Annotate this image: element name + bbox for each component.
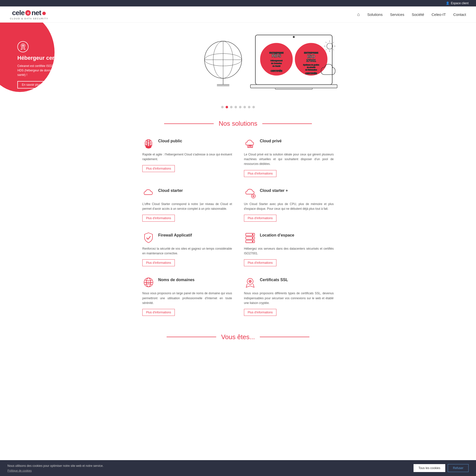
vous-etes-section: Vous êtes... <box>0 328 476 353</box>
dot-2[interactable] <box>230 106 233 108</box>
nav-home[interactable]: ⌂ <box>357 12 360 17</box>
logo[interactable]: cele o net ● CLOUD & DATA SECURITY <box>10 9 48 20</box>
cloud-starter-plus-button[interactable]: Plus d'informations <box>244 215 276 222</box>
cloud-prive-icon <box>244 137 256 150</box>
card-cloud-starter-header: Cloud starter <box>142 187 232 199</box>
svg-text:Hébergement: Hébergement <box>270 60 283 62</box>
dot-1[interactable] <box>226 106 228 108</box>
card-domaines: WWW Noms de domaines Nous vous proposons… <box>136 271 238 321</box>
ssl-icon <box>244 276 256 289</box>
logo-text: cele o net ● <box>12 9 46 17</box>
dot-5[interactable] <box>243 106 246 108</box>
cloud-starter-desc: L'offre Cloud Starter correspond à notre… <box>142 202 232 211</box>
svg-point-49 <box>252 238 253 238</box>
svg-text:Systèmes de gestion: Systèmes de gestion <box>303 64 319 66</box>
dot-4[interactable] <box>239 106 241 108</box>
logo-subtitle: CLOUD & DATA SECURITY <box>10 17 48 20</box>
domaines-button[interactable]: Plus d'informations <box>142 309 175 316</box>
card-ssl-header: Certificats SSL <box>244 276 334 289</box>
cloud-public-button[interactable]: Plus d'informations <box>142 165 175 172</box>
cloud-prive-desc: Le Cloud privé est la solution idéale po… <box>244 152 334 167</box>
svg-text:de Données: de Données <box>271 62 282 64</box>
nav-services[interactable]: Services <box>390 12 404 17</box>
firewall-button[interactable]: Plus d'informations <box>142 259 175 266</box>
location-button[interactable]: Plus d'informations <box>244 259 276 266</box>
card-cloud-prive-header: Cloud privé <box>244 137 334 150</box>
svg-rect-28 <box>275 88 312 89</box>
cloud-starter-button[interactable]: Plus d'informations <box>142 215 175 222</box>
espace-client-link[interactable]: Espace client <box>451 1 469 5</box>
svg-point-47 <box>252 234 253 235</box>
card-cloud-public: Cloud public Rapide et agile : l'héberge… <box>136 132 238 182</box>
svg-text:WWW: WWW <box>146 282 151 284</box>
nav-solutions[interactable]: Solutions <box>367 12 383 17</box>
nav-celeo-it[interactable]: Celeo-IT <box>432 12 446 17</box>
card-location-header: Location d'espace <box>244 232 334 244</box>
ssl-title: Certificats SSL <box>260 276 288 282</box>
card-location: Location d'espace Hébergez vos serveurs … <box>238 227 340 271</box>
svg-text:27001: 27001 <box>306 59 316 62</box>
dot-3[interactable] <box>235 106 237 108</box>
card-domaines-header: WWW Noms de domaines <box>142 276 232 289</box>
firewall-desc: Renforcez la sécurité de vos sites et ga… <box>142 246 232 256</box>
svg-point-51 <box>252 241 253 242</box>
cloud-starter-title: Cloud starter <box>158 187 183 193</box>
logo-part1: cele <box>12 9 25 17</box>
cloud-starter-plus-title: Cloud starter + <box>260 187 288 193</box>
svg-text:de Santé: de Santé <box>272 65 281 67</box>
hero-description: Celeanet est certifiée ISO27001 et HDS (… <box>17 64 64 77</box>
cloud-prive-title: Cloud privé <box>260 137 282 143</box>
domaines-desc: Nous vous proposons un large panel de no… <box>142 291 232 305</box>
cloud-starter-plus-desc: Un Cloud Starter avec plus de CPU, plus … <box>244 202 334 211</box>
dot-0[interactable] <box>221 106 224 108</box>
section-line-left <box>164 123 214 124</box>
carousel-dots <box>0 102 476 112</box>
cloud-public-icon <box>142 137 155 150</box>
hero-section: Hébergeur certifié Celeanet est certifié… <box>0 23 476 102</box>
ssl-button[interactable]: Plus d'informations <box>244 309 276 316</box>
svg-line-35 <box>333 49 334 50</box>
dot-6[interactable] <box>248 106 250 108</box>
hero-svg: ENTREPRISE HDS Hébergement de Données de… <box>188 28 342 97</box>
cloud-public-title: Cloud public <box>158 137 182 143</box>
card-ssl: Certificats SSL Nous vous proposons diff… <box>238 271 340 321</box>
hero-button[interactable]: En savoir plus <box>17 81 45 89</box>
card-firewall-header: Firewall Applicatif <box>142 232 232 244</box>
user-icon: 👤 <box>446 1 449 5</box>
nav-societe[interactable]: Société <box>412 12 424 17</box>
svg-text:CERTIFIÉE: CERTIFIÉE <box>305 72 317 75</box>
svg-rect-27 <box>250 85 337 88</box>
solutions-title-wrap: Nos solutions <box>0 112 476 132</box>
svg-text:de l'information: de l'information <box>305 69 317 71</box>
main-nav: ⌂ Solutions Services Société Celeo-IT Co… <box>357 12 466 17</box>
svg-text:HDS: HDS <box>272 53 281 58</box>
home-icon: ⌂ <box>357 12 360 17</box>
card-firewall: Firewall Applicatif Renforcez la sécurit… <box>136 227 238 271</box>
site-header: cele o net ● CLOUD & DATA SECURITY ⌂ Sol… <box>0 6 476 23</box>
card-cloud-starter-plus: Cloud starter + Un Cloud Starter avec pl… <box>238 182 340 227</box>
location-title: Location d'espace <box>260 232 294 238</box>
vous-etes-title: Vous êtes... <box>221 333 255 341</box>
svg-text:ENTREPRISE: ENTREPRISE <box>304 52 318 54</box>
hero-content: Hébergeur certifié Celeanet est certifié… <box>10 36 64 89</box>
domaines-title: Noms de domaines <box>158 276 195 282</box>
hero-title: Hébergeur certifié <box>17 55 64 61</box>
vous-etes-title-wrap: Vous êtes... <box>0 328 476 343</box>
ssl-desc: Nous vous proposons différents types de … <box>244 291 334 305</box>
location-icon <box>244 232 256 244</box>
solutions-grid: Cloud public Rapide et agile : l'héberge… <box>131 132 345 328</box>
svg-line-36 <box>333 42 334 43</box>
dot-7[interactable] <box>252 106 255 108</box>
cloud-starter-icon <box>142 187 155 199</box>
cloud-prive-button[interactable]: Plus d'informations <box>244 170 276 177</box>
nav-contact[interactable]: Contact <box>453 12 466 17</box>
firewall-icon <box>142 232 155 244</box>
logo-o-circle: o <box>25 10 31 16</box>
logo-part2: net <box>31 9 41 17</box>
svg-point-42 <box>250 146 251 147</box>
svg-text:de sécurité: de sécurité <box>307 66 315 68</box>
cloud-starter-plus-icon <box>244 187 256 199</box>
vous-etes-line-right <box>260 337 309 337</box>
firewall-title: Firewall Applicatif <box>158 232 192 238</box>
card-cloud-starter: Cloud starter L'offre Cloud Starter corr… <box>136 182 238 227</box>
